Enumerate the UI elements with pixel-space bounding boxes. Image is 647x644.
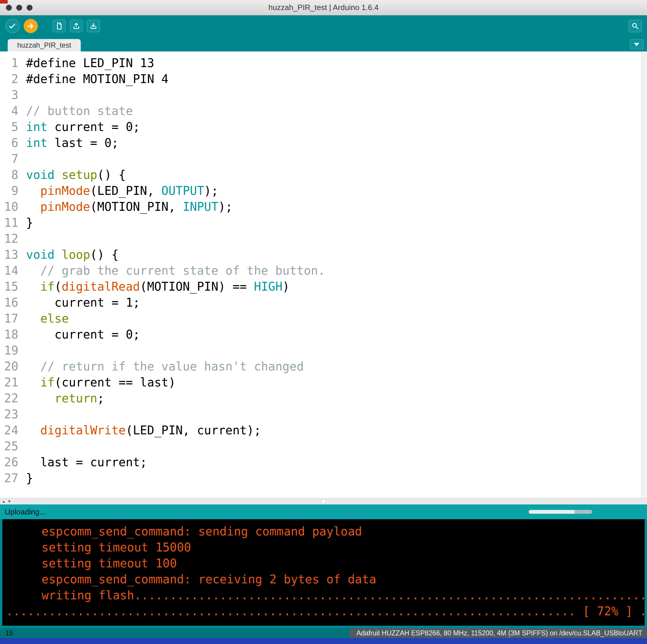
line-number: 12 — [0, 231, 18, 246]
code-line[interactable]: 16 current = 1; — [0, 294, 641, 310]
code-text: int last = 0; — [18, 135, 119, 151]
window-title: huzzah_PIR_test | Arduino 1.6.4 — [269, 3, 378, 12]
scrollbar-thumb[interactable] — [321, 499, 326, 504]
line-number: 20 — [0, 358, 18, 374]
new-sketch-button[interactable] — [53, 20, 66, 32]
toolbar — [0, 15, 647, 37]
line-number: 7 — [0, 151, 18, 167]
verify-button[interactable] — [5, 19, 19, 33]
open-sketch-button[interactable] — [70, 20, 83, 32]
code-text — [18, 87, 26, 103]
minimize-button[interactable] — [16, 5, 22, 11]
close-button[interactable] — [6, 5, 12, 11]
save-sketch-button[interactable] — [87, 20, 100, 32]
serial-monitor-button[interactable] — [629, 20, 642, 32]
code-text: // grab the current state of the button. — [18, 263, 325, 279]
line-number: 6 — [0, 135, 18, 151]
line-number: 9 — [0, 183, 18, 199]
arrow-right-icon — [26, 21, 35, 30]
document-icon — [55, 22, 63, 30]
code-line[interactable]: 6int last = 0; — [0, 135, 641, 151]
board-info-text: Adafruit HUZZAH ESP8266, 80 MHz, 115200,… — [356, 629, 642, 637]
title-bar: huzzah_PIR_test | Arduino 1.6.4 — [0, 0, 647, 15]
code-line[interactable]: 27} — [0, 470, 641, 486]
code-line[interactable]: 26 last = current; — [0, 454, 641, 470]
line-number: 22 — [0, 390, 18, 406]
line-number-text: 15 — [5, 629, 13, 637]
line-number: 25 — [0, 438, 18, 454]
line-number: 15 — [0, 279, 18, 294]
line-number: 14 — [0, 263, 18, 279]
console-line: writing flash...........................… — [6, 587, 641, 603]
code-line[interactable]: 21 if(current == last) — [0, 374, 641, 390]
code-line[interactable]: 12 — [0, 231, 641, 246]
line-number: 13 — [0, 246, 18, 263]
line-number: 16 — [0, 294, 18, 310]
code-text — [18, 151, 26, 167]
horizontal-scrollbar[interactable]: ▲▼ — [0, 498, 647, 504]
code-line[interactable]: 5int current = 0; — [0, 119, 641, 135]
code-line[interactable]: 14 // grab the current state of the butt… — [0, 263, 641, 279]
code-text — [18, 231, 26, 246]
code-line[interactable]: 24 digitalWrite(LED_PIN, current); — [0, 422, 641, 438]
code-line[interactable]: 23 — [0, 406, 641, 422]
line-number: 5 — [0, 119, 18, 135]
code-text: } — [18, 470, 33, 486]
line-number: 2 — [0, 71, 18, 87]
check-icon — [8, 21, 17, 30]
line-number: 21 — [0, 374, 18, 390]
cursor-line-indicator: 15 — [0, 628, 350, 638]
code-line[interactable]: 22 return; — [0, 390, 641, 406]
code-line[interactable]: 4// button state — [0, 103, 641, 119]
scrollbar-arrows[interactable]: ▲▼ — [2, 498, 11, 504]
code-text: current = 0; — [18, 327, 140, 342]
scroll-up-icon: ▲ — [2, 499, 6, 504]
code-text — [18, 438, 26, 454]
code-text: digitalWrite(LED_PIN, current); — [18, 422, 261, 438]
line-number: 8 — [0, 167, 18, 183]
line-number: 17 — [0, 310, 18, 327]
code-text: if(current == last) — [18, 374, 176, 390]
code-text: last = current; — [18, 454, 147, 470]
code-line[interactable]: 2#define MOTION_PIN 4 — [0, 71, 641, 87]
console-line: espcomm_send_command: sending command pa… — [6, 523, 641, 539]
code-text: if(digitalRead(MOTION_PIN) == HIGH) — [18, 279, 289, 294]
code-text: // button state — [18, 103, 133, 119]
console-line: setting timeout 100 — [6, 555, 641, 571]
code-text: return; — [18, 390, 104, 406]
code-line[interactable]: 10 pinMode(MOTION_PIN, INPUT); — [0, 199, 641, 215]
line-number: 10 — [0, 199, 18, 215]
code-line[interactable]: 7 — [0, 151, 641, 167]
scroll-down-icon: ▼ — [7, 499, 11, 504]
code-line[interactable]: 20 // return if the value hasn't changed — [0, 358, 641, 374]
tab-label: huzzah_PIR_test — [17, 41, 71, 49]
zoom-button[interactable] — [26, 5, 32, 11]
board-info: Adafruit HUZZAH ESP8266, 80 MHz, 115200,… — [350, 628, 647, 638]
chevron-down-icon — [634, 43, 639, 46]
code-line[interactable]: 1#define LED_PIN 13 — [0, 55, 641, 71]
console-frame: espcomm_send_command: sending command pa… — [0, 519, 647, 628]
code-line[interactable]: 9 pinMode(LED_PIN, OUTPUT); — [0, 183, 641, 199]
tab-huzzah-pir-test[interactable]: huzzah_PIR_test — [8, 39, 81, 52]
code-line[interactable]: 19 — [0, 342, 641, 358]
line-number: 24 — [0, 422, 18, 438]
code-line[interactable]: 15 if(digitalRead(MOTION_PIN) == HIGH) — [0, 279, 641, 294]
sketch-tabs-menu-button[interactable] — [630, 39, 643, 49]
code-lines[interactable]: 1#define LED_PIN 132#define MOTION_PIN 4… — [0, 52, 641, 498]
code-line[interactable]: 8void setup() { — [0, 167, 641, 183]
code-text: void loop() { — [18, 246, 119, 263]
code-line[interactable]: 11} — [0, 215, 641, 231]
line-number: 18 — [0, 327, 18, 342]
line-number: 3 — [0, 87, 18, 103]
line-number: 4 — [0, 103, 18, 119]
vertical-scrollbar[interactable] — [641, 52, 647, 498]
editor: 1#define LED_PIN 132#define MOTION_PIN 4… — [0, 52, 647, 498]
code-line[interactable]: 18 current = 0; — [0, 327, 641, 342]
status-bar: 15 Adafruit HUZZAH ESP8266, 80 MHz, 1152… — [0, 628, 647, 638]
code-line[interactable]: 13void loop() { — [0, 246, 641, 263]
code-line[interactable]: 25 — [0, 438, 641, 454]
code-line[interactable]: 17 else — [0, 310, 641, 327]
upload-progress-fill — [529, 510, 575, 514]
code-line[interactable]: 3 — [0, 87, 641, 103]
upload-button[interactable] — [24, 19, 38, 33]
